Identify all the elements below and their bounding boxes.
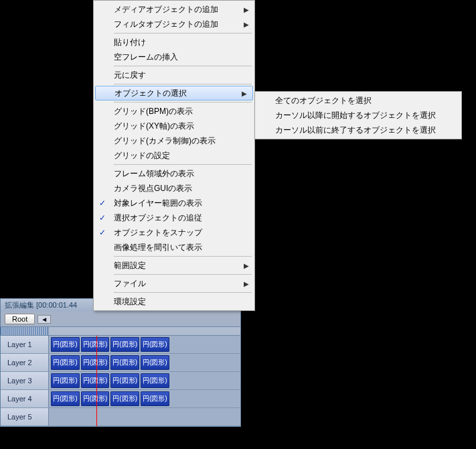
clip[interactable]: 円(図形) [110, 337, 139, 352]
chevron-right-icon: ▶ [244, 21, 249, 28]
clip[interactable]: 円(図形) [110, 355, 139, 370]
clip[interactable]: 円(図形) [81, 391, 110, 406]
menu-undo[interactable]: 元に戻す [94, 68, 254, 82]
chevron-right-icon: ▶ [244, 262, 249, 269]
chevron-right-icon: ▶ [244, 6, 249, 13]
menu-media-add[interactable]: メディアオブジェクトの追加▶ [94, 2, 254, 17]
clip[interactable]: 円(図形) [110, 373, 139, 388]
menu-filter-add[interactable]: フィルタオブジェクトの追加▶ [94, 17, 254, 31]
clip[interactable]: 円(図形) [141, 373, 169, 388]
check-icon: ✓ [99, 213, 106, 222]
clip[interactable]: 円(図形) [110, 391, 139, 406]
context-menu: メディアオブジェクトの追加▶ フィルタオブジェクトの追加▶ 貼り付け 空フレーム… [93, 0, 255, 311]
clip[interactable]: 円(図形) [51, 337, 80, 352]
layer-row: Layer 1円(図形)円(図形)円(図形)円(図形) [1, 336, 240, 354]
layer-label[interactable]: Layer 5 [1, 408, 49, 426]
clip[interactable]: 円(図形) [51, 355, 80, 370]
submenu-select-after[interactable]: カーソル以降に開始するオブジェクトを選択 [255, 108, 461, 123]
menu-frame-outside[interactable]: フレーム領域外の表示 [94, 166, 254, 181]
menu-file[interactable]: ファイル▶ [94, 276, 254, 291]
menu-grid-camera[interactable]: グリッド(カメラ制御)の表示 [94, 133, 254, 148]
clip[interactable]: 円(図形) [81, 337, 110, 352]
menu-track-selected[interactable]: ✓選択オブジェクトの追従 [94, 210, 254, 225]
menu-select-object[interactable]: オブジェクトの選択▶ [95, 86, 253, 101]
root-button[interactable]: Root [5, 314, 35, 324]
menu-grid-settings[interactable]: グリッドの設定 [94, 148, 254, 163]
chevron-right-icon: ▶ [244, 280, 249, 287]
layer-row: Layer 3円(図形)円(図形)円(図形)円(図形) [1, 372, 240, 390]
chevron-right-icon: ▶ [242, 90, 247, 97]
clip[interactable]: 円(図形) [141, 337, 169, 352]
layers: Layer 1円(図形)円(図形)円(図形)円(図形)Layer 2円(図形)円… [1, 336, 240, 426]
layer-label[interactable]: Layer 2 [1, 354, 49, 371]
menu-thinned[interactable]: 画像処理を間引いて表示 [94, 240, 254, 255]
submenu-select-object: 全てのオブジェクトを選択 カーソル以降に開始するオブジェクトを選択 カーソル以前… [254, 91, 462, 139]
clip[interactable]: 円(図形) [81, 355, 110, 370]
layer-label[interactable]: Layer 4 [1, 390, 49, 407]
layer-track[interactable] [49, 408, 240, 426]
check-icon: ✓ [99, 198, 106, 208]
layer-track[interactable]: 円(図形)円(図形)円(図形)円(図形) [49, 336, 240, 353]
layer-row: Layer 2円(図形)円(図形)円(図形)円(図形) [1, 354, 240, 372]
clip[interactable]: 円(図形) [141, 355, 169, 370]
clip[interactable]: 円(図形) [51, 373, 80, 388]
layer-row: Layer 4円(図形)円(図形)円(図形)円(図形) [1, 390, 240, 408]
layer-row: Layer 5 [1, 408, 240, 426]
check-icon: ✓ [99, 228, 106, 237]
layer-label[interactable]: Layer 1 [1, 336, 49, 353]
clip[interactable]: 円(図形) [51, 391, 80, 406]
menu-empty-frame[interactable]: 空フレームの挿入 [94, 50, 254, 64]
layer-label[interactable]: Layer 3 [1, 372, 49, 389]
submenu-select-before[interactable]: カーソル以前に終了するオブジェクトを選択 [255, 123, 461, 137]
menu-snap[interactable]: ✓オブジェクトをスナップ [94, 225, 254, 240]
menu-paste[interactable]: 貼り付け [94, 35, 254, 50]
menu-env-settings[interactable]: 環境設定 [94, 294, 254, 309]
clip[interactable]: 円(図形) [141, 391, 169, 406]
timeline-toolbar: Root ◄ [1, 312, 240, 326]
layer-track[interactable]: 円(図形)円(図形)円(図形)円(図形) [49, 390, 240, 407]
ruler[interactable] [1, 326, 240, 336]
clip[interactable]: 円(図形) [81, 373, 110, 388]
menu-layer-range[interactable]: ✓対象レイヤー範囲の表示 [94, 196, 254, 210]
menu-grid-bpm[interactable]: グリッド(BPM)の表示 [94, 104, 254, 119]
layer-track[interactable]: 円(図形)円(図形)円(図形)円(図形) [49, 372, 240, 389]
menu-camera-gui[interactable]: カメラ視点GUIの表示 [94, 181, 254, 196]
submenu-select-all[interactable]: 全てのオブジェクトを選択 [255, 93, 461, 108]
layer-track[interactable]: 円(図形)円(図形)円(図形)円(図形) [49, 354, 240, 371]
menu-range-settings[interactable]: 範囲設定▶ [94, 258, 254, 273]
menu-grid-xy[interactable]: グリッド(XY軸)の表示 [94, 119, 254, 133]
scroll-left-button[interactable]: ◄ [37, 315, 51, 324]
timeline-panel: 拡張編集 [00:00:01.44 Root ◄ Layer 1円(図形)円(図… [0, 298, 241, 427]
